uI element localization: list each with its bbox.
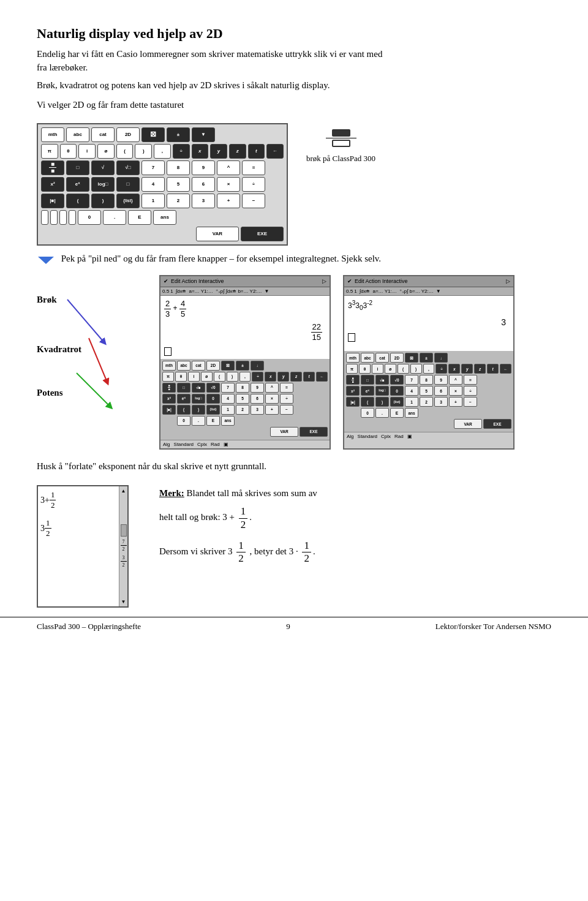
key-abc[interactable]: abc <box>66 127 89 142</box>
r-key-rp3[interactable]: ) <box>375 397 389 407</box>
r-key-xq[interactable]: x² <box>346 386 360 396</box>
key-t-italic[interactable]: t <box>248 144 265 159</box>
l-key-ti[interactable]: t <box>303 372 315 382</box>
r-key-5[interactable]: 5 <box>420 386 433 396</box>
r-key-ab[interactable]: |■| <box>346 397 360 407</box>
r-key-ar[interactable]: ÷ <box>435 364 447 374</box>
l-key-sq3[interactable]: √■ <box>192 383 205 393</box>
key-exp-e[interactable]: eˣ <box>66 177 89 192</box>
l-key-9[interactable]: 9 <box>251 383 264 393</box>
key-caret[interactable]: ^ <box>217 160 240 175</box>
key-lp[interactable]: ( <box>66 194 89 208</box>
key-cat[interactable]: cat <box>91 127 115 142</box>
r-key-sq4[interactable]: √0 <box>390 375 404 385</box>
l-key-lp2[interactable]: ( <box>214 372 225 382</box>
l-key-sq4[interactable]: √0 <box>206 383 220 393</box>
key-equals[interactable]: = <box>242 160 265 175</box>
r-key-2d[interactable]: 2D <box>390 353 404 363</box>
key-y-italic[interactable]: y <box>210 144 227 159</box>
l-key-bs[interactable]: ← <box>316 372 328 382</box>
r-key-dt[interactable]: . <box>375 408 389 418</box>
l-key-eq[interactable]: = <box>280 383 293 393</box>
key-exe[interactable]: EXE <box>241 227 284 241</box>
key-E[interactable]: E <box>128 210 151 225</box>
key-rp[interactable]: ) <box>91 194 115 208</box>
key-minus[interactable]: − <box>242 194 265 208</box>
r-key-rp2[interactable]: ) <box>410 364 422 374</box>
key-6[interactable]: 6 <box>192 177 215 192</box>
key-backspace[interactable]: ← <box>266 144 284 159</box>
l-key-zi[interactable]: z <box>290 372 302 382</box>
key-z-italic[interactable]: z <box>229 144 246 159</box>
r-key-var[interactable]: VAR <box>454 419 482 429</box>
r-key-8[interactable]: 8 <box>420 375 433 385</box>
l-key-ab[interactable]: |■| <box>162 405 176 415</box>
l-key-pm[interactable]: ± <box>236 361 249 371</box>
r-key-mn[interactable]: − <box>464 397 477 407</box>
l-key-o[interactable]: ø <box>201 372 213 382</box>
key-list[interactable]: {list} <box>116 194 140 208</box>
l-key-sq2[interactable]: □ <box>177 383 190 393</box>
l-key-th[interactable]: θ <box>175 372 187 382</box>
l-key-1[interactable]: 1 <box>221 405 235 415</box>
key-i[interactable]: i <box>78 144 96 159</box>
r-key-lp3[interactable]: ( <box>361 397 374 407</box>
l-key-abc[interactable]: abc <box>177 361 190 371</box>
r-key-bs[interactable]: ← <box>500 364 511 374</box>
key-plusminus[interactable]: ± <box>167 127 190 142</box>
l-key-3[interactable]: 3 <box>251 405 264 415</box>
key-x-box[interactable]: ⊠ <box>141 127 165 142</box>
l-key-0n[interactable]: 0 <box>177 416 190 426</box>
l-key-8[interactable]: 8 <box>236 383 249 393</box>
r-key-x2[interactable]: × <box>449 386 462 396</box>
key-2d[interactable]: 2D <box>116 127 140 142</box>
l-key-xi[interactable]: x <box>265 372 276 382</box>
l-key-ca[interactable]: ^ <box>265 383 279 393</box>
l-key-cat[interactable]: cat <box>192 361 205 371</box>
l-key-7[interactable]: 7 <box>221 383 235 393</box>
key-abs[interactable]: |■| <box>41 194 64 208</box>
l-key-x2[interactable]: × <box>265 394 279 404</box>
key-mth[interactable]: mth <box>41 127 64 142</box>
l-key-rp3[interactable]: ) <box>192 405 205 415</box>
key-plus[interactable]: + <box>217 194 240 208</box>
l-key-x[interactable]: ⊠ <box>221 361 235 371</box>
scroll-bar[interactable]: ▲ 7 2 3 2 ▼ <box>119 486 127 606</box>
key-comma[interactable]: , <box>154 144 171 159</box>
key-dot[interactable]: . <box>103 210 126 225</box>
key-sqrt-box[interactable]: √□ <box>116 160 140 175</box>
key-ans[interactable]: ans <box>153 210 176 225</box>
key-rparen[interactable]: ) <box>135 144 152 159</box>
l-key-dv[interactable]: ÷ <box>280 394 293 404</box>
key-4[interactable]: 4 <box>141 177 165 192</box>
key-0[interactable]: 0 <box>78 210 101 225</box>
key-box2[interactable]: □ <box>116 177 140 192</box>
r-key-lp2[interactable]: ( <box>398 364 409 374</box>
l-key-pl[interactable]: + <box>265 405 279 415</box>
key-5[interactable]: 5 <box>167 177 190 192</box>
key-var[interactable]: VAR <box>196 227 239 241</box>
r-key-yi[interactable]: y <box>461 364 473 374</box>
key-9[interactable]: 9 <box>192 160 215 175</box>
l-key-mth[interactable]: mth <box>162 361 176 371</box>
l-key-dt[interactable]: . <box>192 416 205 426</box>
l-key-exe[interactable]: EXE <box>300 427 328 437</box>
key-sqrt[interactable]: √ <box>91 160 115 175</box>
key-pi[interactable]: π <box>41 144 58 159</box>
l-key-yi[interactable]: y <box>277 372 289 382</box>
key-2[interactable]: 2 <box>167 194 190 208</box>
l-key-lp3[interactable]: ( <box>177 405 190 415</box>
r-key-i[interactable]: i <box>372 364 383 374</box>
l-key-ar[interactable]: ÷ <box>252 372 263 382</box>
l-key-rp2[interactable]: ) <box>227 372 238 382</box>
l-key-pi[interactable]: π <box>162 372 174 382</box>
key-oslash[interactable]: ø <box>97 144 115 159</box>
r-key-ti[interactable]: t <box>487 364 499 374</box>
r-key-an[interactable]: ans <box>405 408 418 418</box>
r-key-4[interactable]: 4 <box>405 386 418 396</box>
key-frac[interactable]: ■ ■ <box>41 160 64 175</box>
scroll-down-icon[interactable]: ▼ <box>121 598 126 605</box>
key-1[interactable]: 1 <box>141 194 165 208</box>
key-lparen[interactable]: ( <box>116 144 134 159</box>
l-key-xq[interactable]: x² <box>162 394 176 404</box>
